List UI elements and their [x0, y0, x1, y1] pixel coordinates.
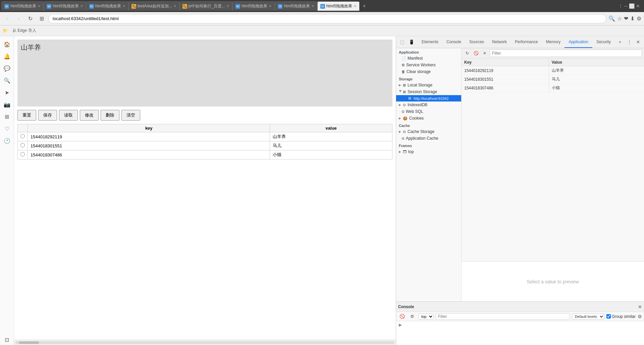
radio-cell-1[interactable] [18, 141, 28, 150]
tab-1[interactable]: W html5拖拽效果 ✕ [1, 1, 44, 11]
tab-1-close[interactable]: ✕ [38, 4, 41, 8]
bookmark-import[interactable]: 从 Edge 导入 [10, 27, 38, 34]
indexed-db-icon: ⊙ [403, 103, 406, 107]
forward-button[interactable]: › [14, 14, 23, 23]
devtools-menu-icon[interactable]: ⋮ [625, 38, 633, 46]
tab-4[interactable]: 🐾 textArea如何追加... ✕ [128, 1, 179, 11]
back-button[interactable]: ‹ [3, 14, 12, 23]
console-gear-icon[interactable]: ⚙ [638, 314, 642, 319]
console-settings-btn[interactable]: ⚙ [408, 313, 416, 321]
save-button[interactable]: 保存 [38, 110, 57, 121]
storage-row[interactable]: 1544018301551 马儿 [462, 75, 644, 84]
tab-8-close[interactable]: ✕ [354, 4, 357, 8]
refresh-filter-btn[interactable]: ↻ [464, 50, 471, 57]
delete-button[interactable]: 删除 [101, 110, 119, 121]
tab-memory[interactable]: Memory [542, 36, 565, 48]
h-scrollbar[interactable] [14, 340, 396, 345]
tree-session-storage[interactable]: ▶ ⊞ Session Storage [396, 88, 461, 95]
tab-security[interactable]: Security [592, 36, 615, 48]
group-similar-label[interactable]: Group similar [606, 314, 636, 319]
collections-icon[interactable]: ❤ [624, 15, 628, 22]
close-window-icon[interactable]: ✕ [636, 3, 640, 9]
download-icon[interactable]: ⬇ [630, 15, 635, 22]
sidebar-camera-icon[interactable]: 📷 [2, 99, 12, 110]
address-bar[interactable] [48, 14, 606, 23]
app-item-web-sql[interactable]: ⊙ Web SQL [396, 108, 461, 115]
tab-5[interactable]: 🐾 js中如何换行_百度... ✕ [179, 1, 232, 11]
delete-filter-btn[interactable]: ✕ [481, 50, 488, 57]
devtools-inspect-icon[interactable]: ⬚ [398, 38, 406, 46]
tab-6-close[interactable]: ✕ [269, 4, 272, 8]
tab-4-icon: 🐾 [131, 4, 136, 9]
tree-local-storage[interactable]: ▶ ⊞ Local Storage [396, 82, 461, 88]
tab-list-icon[interactable]: ⋮ [618, 3, 623, 9]
console-filter-input[interactable] [436, 313, 570, 320]
radio-cell-2[interactable] [18, 150, 28, 159]
tree-frames-top[interactable]: ▶ 🗖 top [396, 148, 461, 155]
tab-3-close[interactable]: ✕ [122, 4, 125, 8]
tab-elements[interactable]: Elements [418, 36, 442, 48]
filter-input[interactable] [490, 50, 642, 57]
reload-button[interactable]: ↻ [25, 14, 35, 23]
group-similar-checkbox[interactable] [606, 314, 611, 319]
tree-session-url[interactable]: ⊞ http://localhost:63342 [396, 95, 461, 101]
storage-row[interactable]: 1544018307486 小猫 [462, 84, 644, 92]
tab-6[interactable]: W html5拖拽效果 ✕ [232, 1, 275, 11]
clear-filter-btn[interactable]: 🚫 [472, 50, 480, 57]
console-level-select[interactable]: Default levels [572, 314, 604, 320]
minimize-icon[interactable]: ─ [624, 3, 628, 9]
sidebar-search-icon[interactable]: 🔍 [2, 75, 12, 86]
sidebar-favorites-icon[interactable]: ♡ [2, 123, 12, 134]
sidebar-notifications-icon[interactable]: 🔔 [2, 51, 12, 62]
tab-7[interactable]: W html5拖拽效果 ✕ [275, 1, 317, 11]
preview-text: Select a value to preview [527, 279, 579, 284]
tab-3[interactable]: W html5拖拽效果 ✕ [86, 1, 128, 11]
sidebar-apps-icon[interactable]: ⊞ [2, 111, 12, 122]
devtools-close-icon[interactable]: ✕ [634, 38, 642, 46]
radio-cell-0[interactable] [18, 132, 28, 141]
tab-application[interactable]: Application [565, 36, 592, 48]
console-close-btn[interactable]: ✕ [638, 304, 642, 309]
app-item-clear-storage[interactable]: 🗑 Clear storage [396, 68, 461, 75]
tab-2[interactable]: W html5拖拽效果 ✕ [44, 1, 86, 11]
clear-button[interactable]: 清空 [121, 110, 140, 121]
tree-indexed-db[interactable]: ▶ ⊙ IndexedDB [396, 101, 461, 108]
new-tab-button[interactable]: + [360, 1, 369, 11]
edit-button[interactable]: 修改 [80, 110, 99, 121]
app-item-app-cache[interactable]: ⊙ Application Cache [396, 135, 461, 142]
sidebar-whatsapp-icon[interactable]: 💬 [2, 63, 12, 74]
app-item-manifest[interactable]: 📄 Manifest [396, 55, 461, 62]
session-storage-arrow: ▶ [399, 90, 402, 93]
tab-network[interactable]: Network [488, 36, 511, 48]
restore-icon[interactable]: ⬜ [629, 3, 635, 9]
search-icon[interactable]: 🔍 [608, 15, 615, 22]
sidebar-home-icon[interactable]: 🏠 [2, 39, 12, 50]
tab-sources[interactable]: Sources [465, 36, 488, 48]
extensions-icon[interactable]: ⚙ [637, 15, 641, 22]
tab-console[interactable]: Console [442, 36, 465, 48]
tab-7-close[interactable]: ✕ [311, 4, 314, 8]
tab-2-close[interactable]: ✕ [80, 4, 83, 8]
app-item-service-workers[interactable]: ⚙ Service Workers [396, 62, 461, 68]
tab-more[interactable]: » [615, 36, 625, 48]
storage-row[interactable]: 1544018292119 山羊养 [462, 66, 644, 75]
tab-8[interactable]: W html5拖拽效果 ✕ [317, 1, 360, 11]
storage-val-1: 马儿 [549, 75, 644, 84]
tree-cache-storage[interactable]: ▶ ⊙ Cache Storage [396, 128, 461, 135]
bookmark-icon[interactable]: ☆ [617, 15, 622, 22]
tree-cookies[interactable]: ▶ 🍪 Cookies [396, 115, 461, 122]
reset-button[interactable]: 重置 [17, 110, 36, 121]
sidebar-settings-icon[interactable]: ⊡ [2, 334, 12, 345]
tab-performance[interactable]: Performance [511, 36, 542, 48]
devtools-device-icon[interactable]: 📱 [408, 38, 416, 46]
screenshot-button[interactable]: ⊞ [37, 14, 46, 23]
h-scrollbar-thumb[interactable] [19, 341, 39, 344]
console-context-select[interactable]: top [418, 314, 434, 320]
read-button[interactable]: 读取 [59, 110, 78, 121]
tab-4-close[interactable]: ✕ [173, 4, 176, 8]
controls: 重置 保存 读取 修改 删除 清空 [17, 110, 392, 121]
tab-5-close[interactable]: ✕ [226, 4, 229, 8]
sidebar-send-icon[interactable]: ➤ [2, 87, 12, 98]
sidebar-history-icon[interactable]: 🕐 [2, 135, 12, 146]
console-clear-btn[interactable]: 🚫 [398, 313, 406, 321]
